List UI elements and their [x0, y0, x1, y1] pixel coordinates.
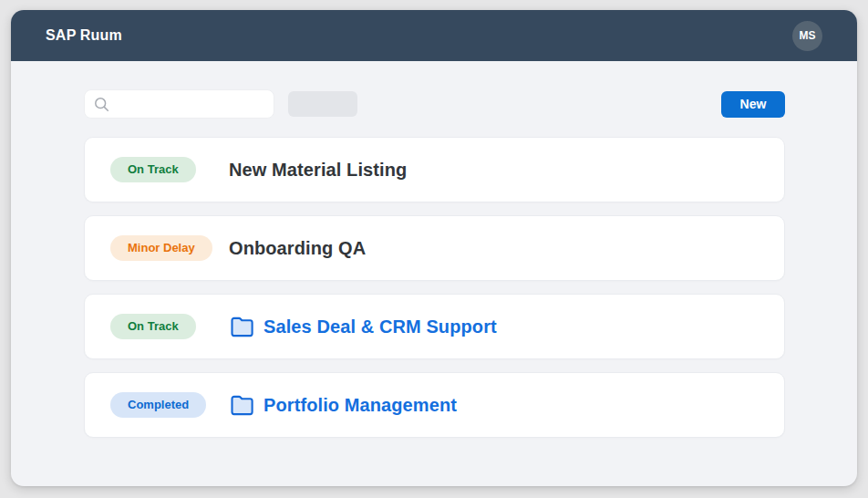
title-zone: New Material Listing	[229, 160, 407, 181]
title-zone: Portfolio Management	[229, 394, 457, 417]
avatar-initials: MS	[800, 29, 816, 42]
search-icon	[94, 97, 109, 112]
list-item-sales-deal-crm-support[interactable]: On Track Sales Deal & CRM Support	[84, 294, 785, 359]
folder-icon	[229, 394, 255, 417]
new-button[interactable]: New	[721, 91, 785, 118]
status-zone: On Track	[110, 314, 229, 339]
item-title-link[interactable]: Sales Deal & CRM Support	[264, 316, 497, 337]
folder-icon	[229, 316, 255, 338]
user-avatar[interactable]: MS	[792, 21, 822, 51]
search-input[interactable]	[117, 97, 264, 112]
list-item-onboarding-qa[interactable]: Minor Delay Onboarding QA	[84, 215, 785, 281]
app-window: SAP Ruum MS New On Track New	[11, 10, 857, 486]
status-zone: Completed	[110, 392, 229, 418]
list-item-portfolio-management[interactable]: Completed Portfolio Management	[84, 372, 785, 438]
list-item-new-material-listing[interactable]: On Track New Material Listing	[84, 137, 785, 202]
search-box[interactable]	[84, 89, 274, 119]
item-title: New Material Listing	[229, 160, 407, 181]
status-badge: Completed	[110, 392, 206, 418]
status-zone: Minor Delay	[110, 235, 229, 261]
item-title-link[interactable]: Portfolio Management	[264, 395, 457, 416]
filter-placeholder	[288, 91, 357, 117]
title-zone: Sales Deal & CRM Support	[229, 316, 497, 338]
status-badge: On Track	[110, 314, 196, 339]
app-header: SAP Ruum MS	[11, 10, 857, 61]
toolbar: New	[84, 89, 785, 119]
status-badge: On Track	[110, 157, 196, 182]
title-zone: Onboarding QA	[229, 238, 366, 259]
main-content: New On Track New Material Listing Minor …	[11, 61, 857, 438]
app-title: SAP Ruum	[46, 27, 122, 44]
status-badge: Minor Delay	[110, 235, 212, 261]
project-list: On Track New Material Listing Minor Dela…	[84, 137, 785, 438]
status-zone: On Track	[110, 157, 229, 182]
item-title: Onboarding QA	[229, 238, 366, 259]
